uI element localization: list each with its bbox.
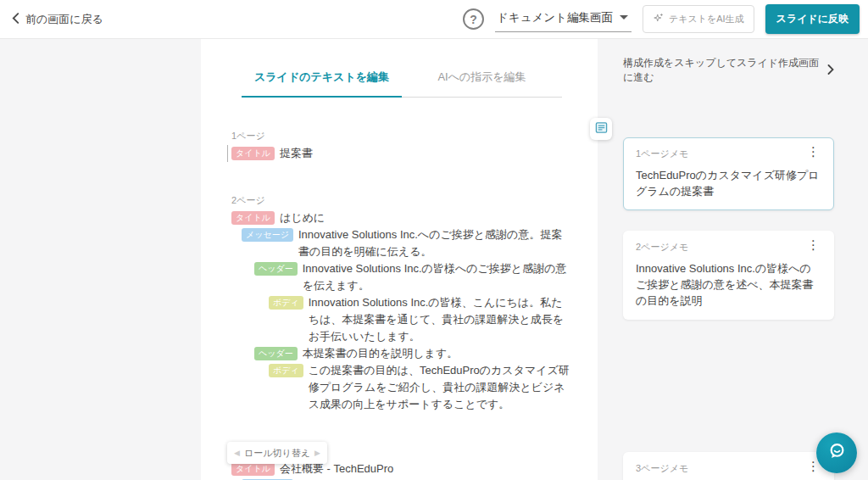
role-next-icon[interactable]: ▶ [314, 449, 320, 457]
row-text[interactable]: はじめに [280, 209, 325, 226]
chevron-right-icon [827, 64, 834, 77]
role-tag[interactable]: ヘッダー [254, 347, 298, 360]
memo-label: 1ページメモ [636, 146, 688, 160]
ai-generate-label: テキストをAI生成 [669, 13, 744, 25]
role-tag[interactable]: タイトル [231, 211, 275, 225]
role-tag[interactable]: ボディ [269, 296, 303, 310]
memo-text[interactable]: TechEduProのカスタマイズ研修プログラムの提案書 [636, 167, 821, 199]
row-text[interactable]: 提案書 [280, 145, 313, 162]
chat-bubble-icon [826, 440, 848, 466]
top-bar: 前の画面に戻る ? ドキュメント編集画面 テキストをAI生成 スライドに反映 [0, 0, 868, 39]
role-switcher-popup: ◀ ロール切り替え ▶ [227, 442, 327, 464]
apply-to-slides-button[interactable]: スライドに反映 [765, 4, 860, 34]
memo-card-header: 2ページメモ⋮ [636, 239, 821, 254]
screen-select-dropdown[interactable]: ドキュメント編集画面 [495, 7, 632, 32]
role-tag[interactable]: タイトル [231, 462, 275, 476]
skip-link-label: 構成作成をスキップしてスライド作成画面に進む [623, 56, 821, 85]
text-row[interactable]: ヘッダーInnovative Solutions Inc.の皆様へのご挨拶と感謝… [254, 260, 572, 294]
note-icon [595, 121, 608, 137]
role-tag[interactable]: ヘッダー [254, 262, 298, 276]
memo-sidebar: 構成作成をスキップしてスライド作成画面に進む 1ページメモ⋮TechEduPro… [598, 39, 868, 480]
memo-label: 2ページメモ [636, 239, 688, 254]
editor-panel: スライドのテキストを編集 AIへの指示を編集 1ページタイトル提案書2ページタイ… [201, 39, 598, 480]
page-memo-list: 1ページメモ⋮TechEduProのカスタマイズ研修プログラムの提案書2ページメ… [623, 137, 834, 480]
tab-edit-ai-instructions[interactable]: AIへの指示を編集 [402, 70, 562, 98]
memo-note-button[interactable] [590, 118, 612, 140]
page-label: 2ページ [231, 194, 572, 207]
page-section: 1ページタイトル提案書 [231, 130, 572, 162]
row-text[interactable]: Innovative Solutions Inc.へのご挨拶と感謝の意。提案書の… [298, 226, 572, 260]
sparkle-icon [653, 13, 664, 25]
text-row[interactable]: ヘッダー本提案書の目的を説明します。 [254, 345, 572, 362]
role-tag[interactable]: ボディ [269, 364, 303, 377]
ai-generate-button[interactable]: テキストをAI生成 [643, 5, 754, 33]
text-row[interactable]: メッセージInnovative Solutions Inc.へのご挨拶と感謝の意… [242, 226, 572, 260]
memo-card-header: 3ページメモ⋮ [636, 460, 821, 475]
text-row[interactable]: ボディInnovation Solutions Inc.の皆様、こんにちは。私た… [269, 294, 572, 345]
kebab-menu-icon[interactable]: ⋮ [805, 239, 821, 251]
role-tag[interactable]: メッセージ [242, 228, 293, 242]
row-text[interactable]: Innovative Solutions Inc.の皆様へのご挨拶と感謝の意を伝… [303, 260, 572, 294]
page-memo-card[interactable]: 1ページメモ⋮TechEduProのカスタマイズ研修プログラムの提案書 [623, 137, 834, 210]
row-text[interactable]: 本提案書の目的を説明します。 [303, 345, 459, 362]
role-prev-icon[interactable]: ◀ [234, 449, 240, 457]
memo-label: 3ページメモ [636, 460, 688, 475]
text-row[interactable]: ボディこの提案書の目的は、TechEduProのカスタマイズ研修プログラムをご紹… [269, 362, 572, 413]
memo-text[interactable]: Innovative Solutions Inc.の皆様へのご挨拶と感謝の意を述… [636, 260, 821, 309]
role-tag[interactable]: タイトル [231, 147, 275, 160]
tab-edit-slide-text[interactable]: スライドのテキストを編集 [242, 70, 402, 98]
editor-tabs: スライドのテキストを編集 AIへの指示を編集 [242, 70, 562, 98]
page-section: 2ページタイトルはじめにメッセージInnovative Solutions In… [231, 194, 572, 413]
text-row[interactable]: タイトルはじめに [231, 209, 572, 226]
skip-to-slide-creation-link[interactable]: 構成作成をスキップしてスライド作成画面に進む [623, 56, 834, 85]
text-row[interactable]: タイトル提案書 [227, 145, 572, 162]
page-memo-card[interactable]: 3ページメモ⋮TechEduProのミッションと提供する研修サービスの概要説明 [623, 452, 834, 480]
chevron-left-icon [12, 13, 19, 26]
chat-widget-button[interactable] [816, 433, 857, 473]
help-icon[interactable]: ? [463, 8, 484, 30]
slide-text-outline: 1ページタイトル提案書2ページタイトルはじめにメッセージInnovative S… [231, 130, 572, 480]
page-label: 1ページ [231, 130, 572, 142]
back-button[interactable]: 前の画面に戻る [12, 12, 103, 27]
row-text[interactable]: Innovation Solutions Inc.の皆様、こんにちは。私たちは、… [309, 294, 572, 345]
chevron-down-icon [620, 15, 628, 20]
workspace: スライドのテキストを編集 AIへの指示を編集 1ページタイトル提案書2ページタイ… [0, 39, 868, 480]
memo-card-header: 1ページメモ⋮ [636, 146, 821, 160]
screen-select-value: ドキュメント編集画面 [497, 10, 613, 25]
row-text[interactable]: この提案書の目的は、TechEduProのカスタマイズ研修プログラムをご紹介し、… [309, 362, 572, 413]
kebab-menu-icon[interactable]: ⋮ [805, 146, 821, 158]
page-memo-card[interactable]: 2ページメモ⋮Innovative Solutions Inc.の皆様へのご挨拶… [623, 231, 834, 320]
back-button-label: 前の画面に戻る [25, 12, 103, 27]
role-switcher-label: ロール切り替え [244, 447, 310, 460]
topbar-actions: ? ドキュメント編集画面 テキストをAI生成 スライドに反映 [463, 4, 860, 34]
